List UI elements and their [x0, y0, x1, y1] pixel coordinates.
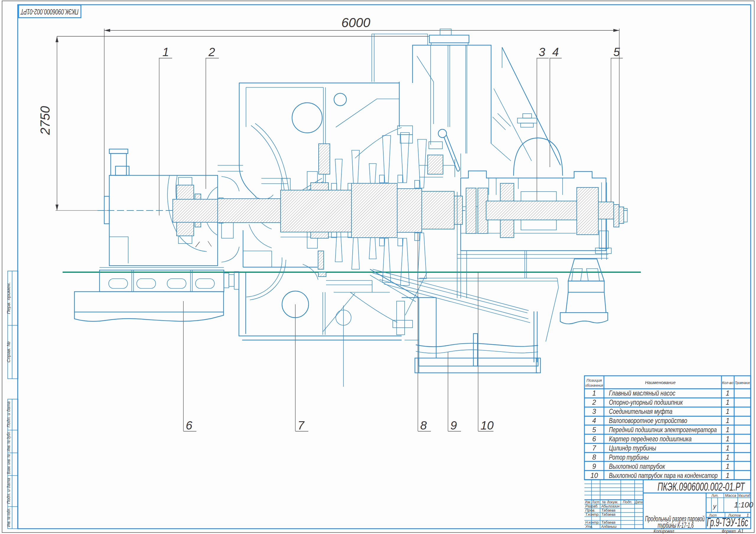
svg-text:Подп.: Подп.	[623, 500, 632, 504]
svg-text:1: 1	[162, 45, 169, 59]
svg-text:Ротор турбины: Ротор турбины	[609, 453, 649, 461]
svg-text:обозначения: обозначения	[585, 383, 603, 387]
svg-text:1: 1	[592, 389, 596, 397]
svg-text:Инв. № дубл.: Инв. № дубл.	[6, 431, 11, 451]
svg-text:1: 1	[726, 417, 730, 424]
svg-text:2: 2	[592, 398, 596, 406]
svg-text:Валоповоротное устройство: Валоповоротное устройство	[609, 417, 687, 424]
svg-text:Н.контр.: Н.контр.	[585, 520, 600, 524]
svg-text:1:100: 1:100	[734, 500, 753, 509]
svg-text:турбины К-17-1,6: турбины К-17-1,6	[658, 521, 694, 530]
svg-text:10: 10	[590, 472, 598, 479]
svg-text:6: 6	[186, 419, 193, 432]
svg-text:Табаева: Табаева	[601, 520, 615, 524]
svg-text:Картер переднего подшипника: Картер переднего подшипника	[609, 435, 691, 443]
svg-text:Лит.: Лит.	[711, 493, 718, 498]
svg-text:6: 6	[592, 435, 596, 443]
svg-text:Выхлопной патрубок пара на кон: Выхлопной патрубок пара на конденсатор	[609, 472, 717, 479]
svg-text:А1: А1	[737, 529, 743, 534]
svg-text:Позиция: Позиция	[586, 378, 602, 383]
svg-text:Выхлопной патрубок: Выхлопной патрубок	[609, 463, 665, 470]
svg-text:Алданыш: Алданыш	[601, 524, 617, 529]
svg-text:Масштаб: Масштаб	[738, 493, 750, 498]
svg-text:1: 1	[726, 398, 730, 406]
svg-text:1: 1	[726, 389, 730, 397]
svg-text:ПКЭК.0906000.002-01.РТ: ПКЭК.0906000.002-01.РТ	[658, 481, 745, 493]
svg-text:№ докум.: № докум.	[602, 500, 618, 504]
svg-text:Главный масляный насос: Главный масляный насос	[609, 389, 675, 397]
svg-text:9: 9	[592, 463, 596, 470]
svg-text:10: 10	[480, 419, 494, 432]
svg-text:Взам. инв. №: Взам. инв. №	[6, 454, 11, 474]
svg-text:Изм.: Изм.	[585, 500, 591, 504]
svg-text:3: 3	[592, 408, 596, 415]
svg-text:3: 3	[539, 45, 545, 59]
svg-text:2: 2	[208, 45, 215, 59]
svg-text:Т.контр.: Т.контр.	[585, 512, 600, 517]
svg-text:5: 5	[592, 426, 596, 434]
svg-text:Соединительная муфта: Соединительная муфта	[609, 408, 672, 415]
svg-text:Дата: Дата	[634, 500, 643, 504]
svg-text:1: 1	[726, 472, 730, 479]
svg-text:4: 4	[592, 417, 596, 424]
svg-text:Кол-во: Кол-во	[722, 381, 733, 385]
svg-text:Пров.: Пров.	[585, 508, 595, 513]
svg-text:6000: 6000	[341, 15, 370, 30]
svg-text:Наименование: Наименование	[645, 380, 676, 385]
svg-text:Справ. №: Справ. №	[6, 341, 11, 362]
svg-text:Утв.: Утв.	[585, 524, 593, 529]
svg-text:1: 1	[726, 444, 730, 452]
svg-text:Лист: Лист	[592, 500, 600, 504]
svg-text:Подп. и дата: Подп. и дата	[6, 401, 11, 427]
svg-text:Копировал: Копировал	[654, 529, 674, 534]
svg-text:Разраб.: Разраб.	[585, 504, 598, 508]
svg-text:1: 1	[726, 453, 730, 461]
svg-text:4: 4	[552, 45, 559, 59]
svg-text:Инв. № подл.: Инв. № подл.	[6, 508, 11, 527]
svg-text:9: 9	[450, 419, 457, 432]
svg-text:7: 7	[592, 444, 597, 452]
svg-text:Перв. примен.: Перв. примен.	[6, 282, 11, 314]
svg-text:Цилиндр турбины: Цилиндр турбины	[609, 444, 656, 452]
svg-text:ПКЭК.0906000.002-01РТ: ПКЭК.0906000.002-01РТ	[20, 7, 79, 16]
svg-text:Подп. и дата: Подп. и дата	[6, 478, 11, 504]
svg-text:7: 7	[298, 419, 305, 432]
svg-text:Абылгазин: Абылгазин	[601, 504, 620, 508]
svg-text:Табаева: Табаева	[601, 512, 615, 517]
svg-text:Формат: Формат	[722, 529, 736, 534]
svg-text:у: у	[713, 503, 717, 510]
svg-text:1: 1	[726, 408, 730, 415]
svg-text:Гр.9-ТЭУ-16с: Гр.9-ТЭУ-16с	[707, 516, 748, 529]
svg-text:1: 1	[726, 426, 730, 434]
svg-text:5: 5	[613, 45, 620, 59]
svg-text:2750: 2750	[38, 106, 52, 135]
svg-text:Передний подшипник электрогене: Передний подшипник электрогенератора	[609, 426, 717, 434]
svg-text:8: 8	[420, 419, 427, 432]
svg-text:1: 1	[726, 463, 730, 470]
svg-text:Масса: Масса	[725, 493, 736, 498]
svg-text:Примечание: Примечание	[735, 381, 750, 385]
svg-text:Опорно-упорный подшипник: Опорно-упорный подшипник	[609, 398, 683, 406]
svg-text:1: 1	[726, 435, 730, 443]
svg-text:8: 8	[592, 453, 596, 461]
svg-text:Табаева: Табаева	[601, 508, 615, 513]
